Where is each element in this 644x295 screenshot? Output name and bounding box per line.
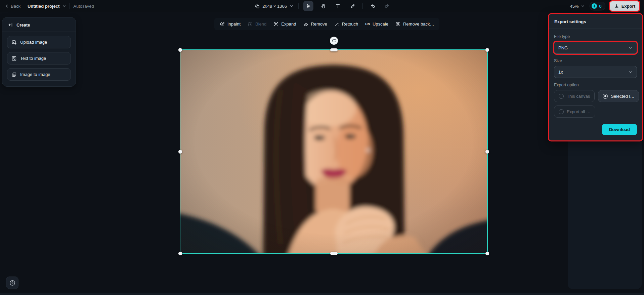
redo-icon	[385, 3, 390, 9]
text-icon	[335, 3, 341, 9]
text-to-image-icon	[11, 56, 17, 61]
text-tool-button[interactable]	[333, 1, 343, 11]
export-button[interactable]: Export	[610, 1, 639, 11]
sidebar-item-text-to-image[interactable]: Text to image	[7, 52, 71, 65]
size-select[interactable]: 1x	[554, 66, 637, 78]
chevron-down-icon	[628, 46, 633, 50]
toolbar-item-label: Remove back…	[403, 22, 434, 27]
file-type-select[interactable]: PNG	[554, 42, 637, 54]
credits-coin-icon	[591, 3, 597, 9]
toolbar-item-inpaint[interactable]: Inpaint	[220, 22, 241, 27]
portrait-image[interactable]	[180, 49, 488, 254]
sidebar-header: Create	[2, 17, 76, 32]
toolbar-item-label: Inpaint	[227, 22, 241, 27]
project-name: Untitled project	[28, 4, 59, 9]
file-type-label: File type	[554, 34, 637, 39]
selection-handle-bottom-left[interactable]	[178, 252, 182, 255]
selection-handle-middle-right[interactable]	[485, 150, 489, 154]
export-option-this-canvas[interactable]: This canvas	[554, 90, 595, 102]
help-icon	[9, 280, 15, 286]
rotate-icon	[332, 38, 336, 43]
toolbar-item-blend[interactable]: Blend	[248, 22, 266, 27]
radio-selected-icon	[603, 94, 608, 99]
help-button[interactable]	[6, 277, 18, 289]
expand-icon	[273, 22, 279, 27]
wand-icon	[334, 22, 340, 27]
credits-pill[interactable]: 0	[590, 2, 605, 10]
download-button[interactable]: Download	[602, 124, 637, 135]
size-value: 1x	[558, 70, 563, 75]
selection-handle-top-left[interactable]	[178, 48, 182, 52]
image-to-image-icon	[11, 72, 17, 77]
export-option-label-text: This canvas	[567, 94, 590, 99]
download-icon	[614, 4, 619, 9]
pan-tool-button[interactable]	[318, 1, 328, 11]
credits-count: 0	[599, 4, 602, 9]
topbar: Back Untitled project Autosaved 2048 × 1…	[0, 0, 644, 12]
project-name-menu[interactable]: Untitled project	[28, 4, 66, 9]
undo-button[interactable]	[368, 1, 378, 11]
chevron-left-icon	[5, 4, 9, 8]
toolbar-item-label: Expand	[281, 22, 296, 27]
select-tool-button[interactable]	[303, 1, 313, 11]
export-label: Export	[621, 4, 635, 9]
sidebar-item-label: Upload image	[20, 40, 47, 45]
collapse-panel-icon[interactable]	[8, 22, 13, 28]
file-type-value: PNG	[558, 45, 568, 50]
radio-icon	[559, 109, 564, 114]
create-sidebar: Create Upload image Text to image Image …	[2, 17, 76, 87]
cursor-icon	[306, 3, 311, 9]
chevron-down-icon	[62, 4, 66, 8]
toolbar-item-remove-background[interactable]: Remove back…	[395, 22, 434, 27]
export-settings-title: Export settings	[549, 14, 642, 29]
export-option-label: Export option	[554, 83, 637, 87]
sidebar-item-label: Text to image	[20, 56, 46, 61]
canvas-size-menu[interactable]: 2048 × 1366	[254, 3, 294, 9]
sidebar-item-label: Image to image	[20, 72, 50, 77]
zoom-level: 45%	[570, 4, 579, 9]
resize-canvas-icon	[254, 3, 260, 9]
export-option-label-text: Export all …	[567, 109, 591, 114]
rotate-handle[interactable]	[330, 37, 338, 45]
toolbar-item-label: Remove	[311, 22, 327, 27]
toolbar-item-remove[interactable]: Remove	[303, 22, 327, 27]
zoom-level-menu[interactable]: 45%	[570, 4, 585, 9]
edit-toolbar: Inpaint Blend Expand Remove Retouch HD U…	[214, 18, 439, 30]
selection-handle-bottom-center[interactable]	[330, 252, 338, 255]
chevron-down-icon	[628, 70, 633, 74]
divider	[24, 3, 24, 9]
toolbar-item-expand[interactable]: Expand	[273, 22, 296, 27]
divider	[298, 3, 299, 9]
toolbar-item-label: Retouch	[342, 22, 358, 27]
selection-handle-middle-left[interactable]	[178, 150, 182, 154]
export-option-export-all[interactable]: Export all …	[554, 106, 595, 118]
canvas-selected-image[interactable]	[180, 49, 488, 254]
toolbar-item-retouch[interactable]: Retouch	[334, 22, 358, 27]
brush-icon	[350, 3, 355, 9]
radio-icon	[559, 94, 564, 99]
chevron-down-icon	[290, 4, 294, 8]
eraser-icon	[303, 22, 308, 27]
selection-handle-bottom-right[interactable]	[485, 252, 489, 255]
back-button[interactable]: Back	[5, 4, 20, 9]
redo-button[interactable]	[382, 1, 392, 11]
draw-tool-button[interactable]	[348, 1, 358, 11]
sidebar-item-image-to-image[interactable]: Image to image	[7, 68, 71, 81]
blend-icon	[248, 22, 253, 27]
inpaint-icon	[220, 22, 225, 27]
chevron-down-icon	[581, 4, 585, 8]
export-settings-panel: Export settings File type PNG Size 1x Ex…	[548, 13, 643, 141]
divider	[70, 3, 70, 9]
hd-icon: HD	[365, 22, 370, 26]
selection-handle-top-center[interactable]	[330, 48, 338, 51]
export-option-selected-layer[interactable]: Selected l…	[598, 90, 639, 102]
toolbar-item-upscale[interactable]: HD Upscale	[365, 22, 388, 27]
sidebar-title: Create	[16, 23, 30, 28]
toolbar-item-label: Blend	[255, 22, 266, 27]
selection-handle-top-right[interactable]	[485, 48, 489, 52]
window-bottom-edge	[0, 293, 644, 295]
undo-icon	[370, 3, 375, 9]
hand-icon	[320, 3, 326, 9]
upload-image-icon	[11, 40, 17, 45]
sidebar-item-upload-image[interactable]: Upload image	[7, 36, 71, 48]
